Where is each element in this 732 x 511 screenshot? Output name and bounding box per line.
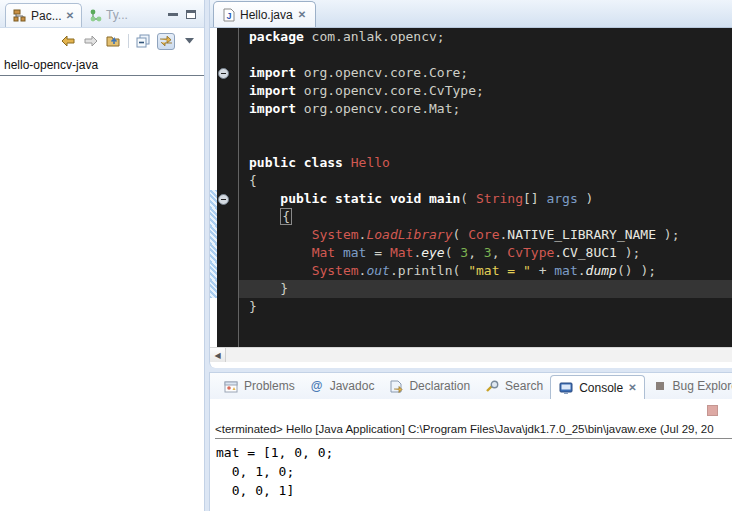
code-line[interactable]: import org.opencv.core.Core; xyxy=(210,64,732,82)
tab-bug-explorer[interactable]: Bug Explorer xyxy=(645,376,732,397)
folding-gutter xyxy=(217,118,239,136)
code-text: import org.opencv.core.Mat; xyxy=(239,100,732,118)
horizontal-scrollbar[interactable]: ◀ xyxy=(210,347,732,362)
range-indicator xyxy=(210,190,217,208)
left-ruler xyxy=(210,154,217,172)
code-text: Mat mat = Mat.eye( 3, 3, CvType.CV_8UC1 … xyxy=(239,244,732,262)
range-indicator xyxy=(210,262,217,280)
javadoc-icon: @ xyxy=(309,379,325,394)
folding-gutter xyxy=(217,280,239,298)
tab-type-hierarchy[interactable]: Ty... xyxy=(82,3,135,27)
folding-gutter xyxy=(217,190,239,208)
tab-label: Problems xyxy=(244,379,295,393)
minimize-icon[interactable] xyxy=(168,13,178,16)
code-text: System.out.println( "mat = " + mat.dump(… xyxy=(239,262,732,280)
console-toolbar xyxy=(210,399,732,421)
range-indicator xyxy=(210,208,217,226)
editor-tab-hello-java[interactable]: J Hello.java ✕ xyxy=(213,1,316,27)
problems-icon xyxy=(223,379,239,394)
tab-type-hierarchy-label: Ty... xyxy=(106,8,128,22)
code-line[interactable]: import org.opencv.core.CvType; xyxy=(210,82,732,100)
left-ruler xyxy=(210,46,217,64)
fold-collapse-icon[interactable] xyxy=(218,68,229,79)
back-button[interactable] xyxy=(59,33,77,50)
tab-console[interactable]: Console✕ xyxy=(550,375,644,399)
editor-tab-label: Hello.java xyxy=(240,8,293,22)
tab-declaration[interactable]: Declaration xyxy=(381,376,477,397)
close-icon[interactable]: ✕ xyxy=(628,382,636,393)
tab-label: Declaration xyxy=(409,379,470,393)
bug-icon xyxy=(652,379,668,394)
project-root-label[interactable]: hello-opencv-java xyxy=(0,54,204,76)
console-icon xyxy=(558,380,574,395)
code-line[interactable] xyxy=(210,118,732,136)
code-line[interactable]: } xyxy=(210,298,732,316)
tab-label: Search xyxy=(505,379,543,393)
folding-gutter xyxy=(217,100,239,118)
folding-gutter xyxy=(217,262,239,280)
editor-pane: J Hello.java ✕ package com.anlak.opencv;… xyxy=(209,0,732,368)
link-with-editor-button[interactable] xyxy=(157,33,175,50)
code-text: { xyxy=(239,172,732,190)
terminate-icon[interactable] xyxy=(707,405,718,416)
left-ruler xyxy=(210,136,217,154)
folding-gutter xyxy=(217,298,239,316)
fold-collapse-icon[interactable] xyxy=(218,194,229,205)
code-line[interactable]: } xyxy=(210,280,732,298)
code-line[interactable]: public static void main( String[] args ) xyxy=(210,190,732,208)
tab-javadoc[interactable]: @Javadoc xyxy=(302,376,382,397)
tab-label: Console xyxy=(579,381,623,395)
toolbar-separator xyxy=(128,34,129,48)
close-icon[interactable]: ✕ xyxy=(66,10,74,21)
code-line[interactable] xyxy=(210,46,732,64)
tab-package-explorer-label: Pac... xyxy=(31,9,62,23)
tab-search[interactable]: Search xyxy=(477,376,550,397)
tab-label: Bug Explorer xyxy=(673,379,732,393)
close-icon[interactable]: ✕ xyxy=(298,9,306,20)
code-line[interactable]: System.out.println( "mat = " + mat.dump(… xyxy=(210,262,732,280)
code-line[interactable]: import org.opencv.core.Mat; xyxy=(210,100,732,118)
folding-gutter xyxy=(217,172,239,190)
code-line[interactable]: System.LoadLibrary( Core.NATIVE_LIBRARY_… xyxy=(210,226,732,244)
code-text: } xyxy=(239,298,732,316)
tab-package-explorer[interactable]: Pac... ✕ xyxy=(5,3,82,27)
left-ruler xyxy=(210,316,217,347)
code-line[interactable]: package com.anlak.opencv; xyxy=(210,28,732,46)
code-text: package com.anlak.opencv; xyxy=(239,28,732,46)
code-editor[interactable]: package com.anlak.opencv;import org.open… xyxy=(210,28,732,347)
eclipse-window: { "package_explorer": { "tabs": [ { "lab… xyxy=(0,0,732,511)
range-indicator xyxy=(210,226,217,244)
view-menu-button[interactable] xyxy=(180,33,198,50)
folding-gutter xyxy=(217,136,239,154)
package-tree xyxy=(0,76,204,79)
maximize-icon[interactable] xyxy=(186,10,196,19)
scroll-left-icon[interactable]: ◀ xyxy=(210,348,226,362)
editor-tabbar: J Hello.java ✕ xyxy=(210,0,732,28)
code-text xyxy=(239,136,732,154)
tab-problems[interactable]: Problems xyxy=(216,376,302,397)
code-line[interactable]: { xyxy=(210,172,732,190)
folding-gutter xyxy=(217,28,239,46)
range-indicator xyxy=(210,244,217,262)
package-explorer-view: Pac... ✕ Ty... hello-opencv-java xyxy=(0,0,205,511)
left-ruler xyxy=(210,118,217,136)
code-line[interactable] xyxy=(210,136,732,154)
forward-button[interactable] xyxy=(82,33,100,50)
folding-gutter xyxy=(217,316,239,347)
package-explorer-toolbar xyxy=(0,28,204,54)
folding-gutter xyxy=(217,154,239,172)
code-text xyxy=(239,46,732,64)
console-status-line: <terminated> Hello [Java Application] C:… xyxy=(215,421,732,439)
folding-gutter xyxy=(217,208,239,226)
code-text: public static void main( String[] args ) xyxy=(239,190,732,208)
package-explorer-icon xyxy=(13,9,27,22)
code-line[interactable]: public class Hello xyxy=(210,154,732,172)
go-into-button[interactable] xyxy=(105,33,123,50)
code-text: System.LoadLibrary( Core.NATIVE_LIBRARY_… xyxy=(239,226,732,244)
collapse-all-button[interactable] xyxy=(134,33,152,50)
type-hierarchy-icon xyxy=(89,9,102,22)
code-line[interactable]: Mat mat = Mat.eye( 3, 3, CvType.CV_8UC1 … xyxy=(210,244,732,262)
console-output[interactable]: mat = [1, 0, 0; 0, 1, 0; 0, 0, 1] xyxy=(210,439,732,500)
code-line[interactable]: { xyxy=(210,208,732,226)
svg-text:J: J xyxy=(226,11,231,21)
